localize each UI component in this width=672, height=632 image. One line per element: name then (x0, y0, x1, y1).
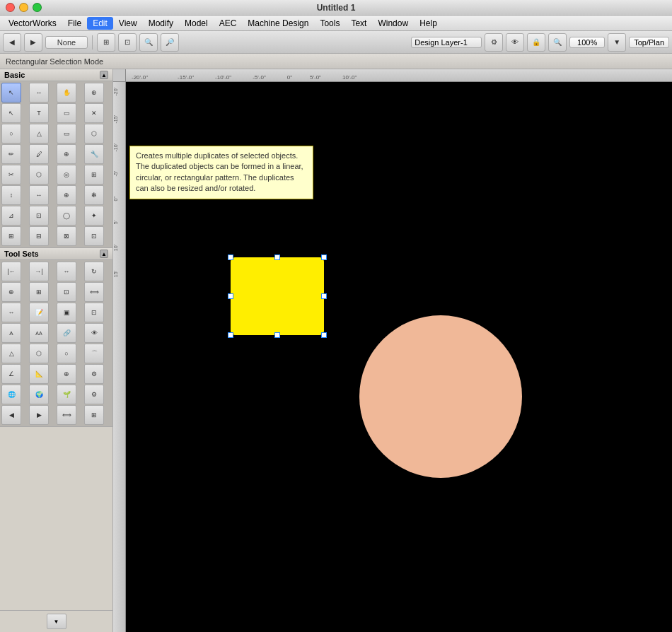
tool-pencil[interactable]: ✏ (1, 144, 21, 164)
maximize-button[interactable] (33, 3, 42, 12)
tool-select2[interactable]: ↖ (1, 103, 21, 123)
tool-delete[interactable]: ✕ (84, 103, 104, 123)
tool-target[interactable]: ◎ (57, 165, 76, 185)
ts-snap-m[interactable]: ↔ (57, 262, 76, 281)
tool-zoom-tool[interactable]: ⊕ (84, 83, 104, 103)
ts-link[interactable]: 🔗 (57, 323, 76, 343)
toolbar-back-btn[interactable]: ◀ (3, 33, 21, 52)
canvas-inner[interactable]: Creates multiple duplicates of selected … (126, 82, 672, 632)
handle-top-left[interactable] (228, 254, 233, 260)
ts-mirror[interactable]: ⟺ (84, 282, 104, 302)
handle-mid-left[interactable] (228, 293, 233, 299)
tool-text[interactable]: T (29, 103, 49, 123)
layer-settings-btn[interactable]: ⚙ (485, 33, 503, 52)
toolbar-forward-btn[interactable]: ▶ (24, 33, 42, 52)
tool-rounded-rect[interactable]: ▭ (57, 124, 76, 144)
tool-vert-resize[interactable]: ↕ (1, 185, 21, 205)
tool-poly[interactable]: ⬡ (84, 124, 104, 144)
ts-nav-right[interactable]: ▶ (29, 405, 49, 425)
ts-hex2[interactable]: ⬡ (29, 344, 49, 363)
ts-gear[interactable]: ⚙ (84, 364, 104, 384)
ts-globe[interactable]: 🌐 (1, 385, 21, 404)
zoom-arrow-btn[interactable]: ▼ (608, 33, 626, 52)
tool-asterisk[interactable]: ✻ (84, 185, 104, 205)
ts-angle[interactable]: ∠ (1, 364, 21, 384)
peach-circle[interactable] (359, 315, 522, 478)
menu-window[interactable]: Window (372, 17, 414, 30)
tool-grid-x[interactable]: ⊠ (57, 226, 76, 246)
close-button[interactable] (6, 3, 15, 12)
tool-circle[interactable]: ○ (1, 124, 21, 144)
tool-wrench[interactable]: 🔧 (84, 144, 104, 164)
menu-vectorworks[interactable]: VectorWorks (3, 17, 62, 30)
ts-plant[interactable]: 🌱 (57, 385, 76, 404)
ts-note[interactable]: 📝 (29, 303, 49, 322)
sidebar-bottom-btn[interactable]: ▼ (47, 614, 66, 629)
window-controls[interactable] (6, 3, 42, 12)
handle-top-mid[interactable] (274, 254, 280, 260)
toolsets-collapse-btn[interactable]: ▲ (100, 250, 108, 258)
ts-fill[interactable]: ▣ (57, 303, 76, 322)
tool-grid-dot[interactable]: ⊡ (84, 226, 104, 246)
ts-align[interactable]: ⊕ (1, 282, 21, 302)
handle-bot-left[interactable] (228, 332, 233, 338)
handle-mid-right[interactable] (321, 293, 327, 299)
tool-hex[interactable]: ⬡ (29, 165, 49, 185)
toolbar-layer-label[interactable]: None (45, 36, 88, 49)
yellow-square[interactable] (231, 257, 324, 335)
ts-settings[interactable]: ⚙ (84, 385, 104, 404)
tool-rect[interactable]: ▭ (57, 103, 76, 123)
toolbar-zoom-in-btn[interactable]: 🔍 (139, 33, 158, 52)
ts-snap-l[interactable]: |← (1, 262, 21, 281)
tool-select[interactable]: ↖ (1, 83, 21, 103)
tool-grid-sq[interactable]: ⊡ (29, 206, 49, 226)
tool-grid-plus[interactable]: ⊞ (1, 226, 21, 246)
ts-rotate[interactable]: ↻ (84, 262, 104, 281)
ts-snap-r[interactable]: →| (29, 262, 49, 281)
layer-search-btn[interactable]: 🔍 (548, 33, 567, 52)
tool-pan[interactable]: ✋ (57, 83, 76, 103)
menu-tools[interactable]: Tools (314, 17, 345, 30)
tool-pen[interactable]: 🖊 (29, 144, 49, 164)
ts-earth[interactable]: 🌍 (29, 385, 49, 404)
menu-text[interactable]: Text (345, 17, 372, 30)
toolbar-snap-btn[interactable]: ⊞ (97, 33, 115, 52)
ts-magnet[interactable]: ⊕ (57, 364, 76, 384)
tool-grid-minus[interactable]: ⊟ (29, 226, 49, 246)
ts-eye[interactable]: 👁 (84, 323, 104, 343)
menu-aec[interactable]: AEC (214, 17, 243, 30)
ts-tri[interactable]: △ (1, 344, 21, 363)
ts-aa[interactable]: AA (29, 323, 49, 343)
toolbar-grid-btn[interactable]: ⊡ (118, 33, 137, 52)
tool-corner[interactable]: ⊿ (1, 206, 21, 226)
menu-help[interactable]: Help (414, 17, 443, 30)
tool-plus[interactable]: ⊕ (57, 144, 76, 164)
ts-group[interactable]: ⊡ (84, 303, 104, 322)
menu-view[interactable]: View (113, 17, 143, 30)
tool-scissors[interactable]: ✂ (1, 165, 21, 185)
menu-machine-design[interactable]: Machine Design (242, 17, 314, 30)
tool-move[interactable]: ↔ (29, 83, 49, 103)
handle-top-right[interactable] (321, 254, 327, 260)
canvas-area[interactable]: -20'-0" -15'-0" -10'-0" -5'-0" 0" 5'-0" … (113, 69, 672, 632)
layer-lock-btn[interactable]: 🔒 (527, 33, 545, 52)
ts-scale[interactable]: ⊡ (57, 282, 76, 302)
handle-bot-right[interactable] (321, 332, 327, 338)
menu-edit[interactable]: Edit (87, 17, 113, 30)
tool-triangle[interactable]: △ (29, 124, 49, 144)
tool-horiz-resize[interactable]: ↔ (29, 185, 49, 205)
ts-distribute[interactable]: ⊞ (29, 282, 49, 302)
ts-nav-arrows[interactable]: ⟺ (57, 405, 76, 425)
layer-eye-btn[interactable]: 👁 (506, 33, 524, 52)
menu-model[interactable]: Model (179, 17, 214, 30)
ts-dim[interactable]: ↔ (1, 303, 21, 322)
tool-crosshair[interactable]: ⊕ (57, 185, 76, 205)
tool-circle-outline[interactable]: ◯ (57, 206, 76, 226)
ts-grid2[interactable]: ⊞ (84, 405, 104, 425)
zoom-display[interactable]: 100% (569, 37, 605, 48)
tool-frame[interactable]: ⊞ (84, 165, 104, 185)
ts-arc[interactable]: ⌒ (84, 344, 104, 363)
tool-star[interactable]: ✦ (84, 206, 104, 226)
toolbar-zoom-out-btn[interactable]: 🔎 (161, 33, 179, 52)
menu-file[interactable]: File (62, 17, 87, 30)
